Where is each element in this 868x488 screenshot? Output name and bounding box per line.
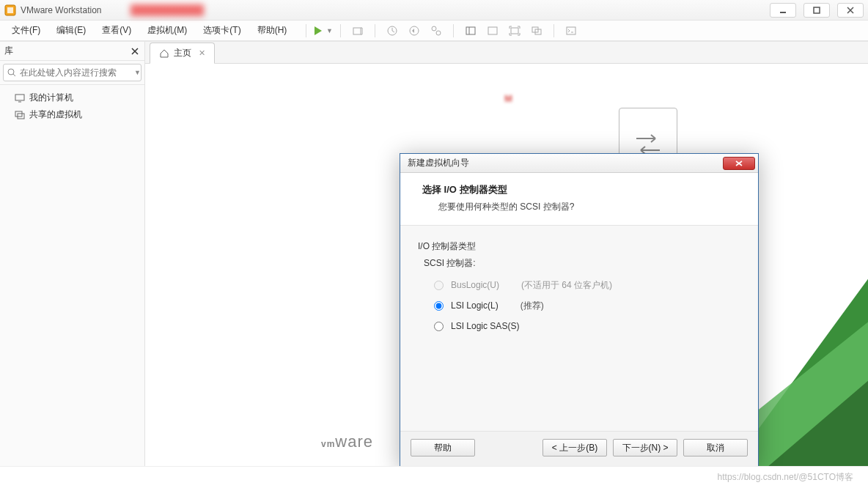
home-icon [159, 48, 169, 59]
fullscreen-button[interactable] [507, 23, 523, 39]
menu-tabs[interactable]: 选项卡(T) [196, 21, 248, 40]
window-title-bar: VMware Workstation [0, 0, 868, 21]
toolbar-separator [553, 24, 554, 37]
library-tree: 我的计算机 共享的虚拟机 [0, 85, 144, 127]
window-close-button[interactable] [837, 3, 864, 18]
radio-label: LSI Logic SAS(S) [451, 321, 519, 331]
svg-rect-11 [488, 27, 497, 34]
dialog-footer: 帮助 < 上一步(B) 下一步(N) > 取消 [400, 431, 758, 466]
search-wrap: ▼ [0, 61, 144, 85]
radio-hint: (推荐) [521, 300, 544, 312]
svg-rect-15 [567, 27, 575, 34]
dialog-title: 新建虚拟机向导 [408, 157, 723, 169]
dialog-title-bar[interactable]: 新建虚拟机向导 [400, 154, 758, 173]
next-button[interactable]: 下一步(N) > [613, 439, 677, 456]
dialog-subtext: 您要使用何种类型的 SCSI 控制器? [422, 201, 743, 213]
dialog-header: 选择 I/O 控制器类型 您要使用何种类型的 SCSI 控制器? [400, 173, 758, 226]
menu-edit[interactable]: 编辑(E) [49, 21, 93, 40]
help-button[interactable]: 帮助 [411, 439, 475, 456]
tab-home[interactable]: 主页 ✕ [150, 42, 215, 64]
redacted-area [130, 4, 204, 16]
toolbar: ▼ [303, 23, 579, 39]
canvas: M 连接远程服务器 vmware 新建虚拟机向导 选择 I/O 控制器类型 您要… [145, 64, 868, 466]
radio-sas-input[interactable] [434, 322, 444, 331]
svg-rect-12 [511, 28, 518, 34]
vmware-brand-text: vmware [321, 432, 373, 451]
tab-label: 主页 [174, 47, 191, 59]
radio-lsi-input[interactable] [434, 301, 444, 311]
tree-label: 共享的虚拟机 [29, 108, 82, 121]
search-input[interactable] [17, 67, 133, 78]
power-on-button[interactable]: ▼ [315, 23, 331, 39]
svg-point-16 [8, 69, 14, 75]
svg-point-7 [432, 26, 436, 31]
svg-rect-9 [466, 27, 475, 34]
toolbar-separator [306, 24, 306, 37]
search-dropdown-icon[interactable]: ▼ [133, 69, 142, 76]
window-title: VMware Workstation [21, 5, 101, 15]
svg-marker-24 [767, 380, 868, 466]
radio-label: BusLogic(U) [451, 280, 499, 290]
radio-label: LSI Logic(L) [451, 300, 499, 311]
play-icon [315, 26, 322, 35]
search-box[interactable]: ▼ [3, 64, 141, 81]
back-button[interactable]: < 上一步(B) [542, 439, 607, 456]
radio-buslogic-input [434, 281, 444, 290]
toolbar-separator [375, 24, 375, 37]
watermark-text: https://blog.csdn.net/@51CTO博客 [718, 471, 853, 484]
tree-label: 我的计算机 [29, 92, 73, 104]
library-sidebar: 库 ▼ 我的计算机 共享的虚拟机 [0, 42, 145, 466]
io-group-label: I/O 控制器类型 [418, 240, 740, 253]
view-single-button[interactable] [485, 23, 501, 39]
menu-help[interactable]: 帮助(H) [250, 21, 295, 40]
vmware-logo-icon [4, 4, 16, 16]
view-split-button[interactable] [463, 23, 479, 39]
radio-buslogic: BusLogic(U) (不适用于 64 位客户机) [434, 277, 740, 293]
dialog-body: I/O 控制器类型 SCSI 控制器: BusLogic(U) (不适用于 64… [400, 226, 758, 431]
snapshot-revert-button[interactable] [406, 23, 422, 39]
svg-line-17 [13, 74, 15, 76]
monitor-icon [15, 93, 25, 103]
svg-rect-1 [7, 7, 13, 13]
tree-my-computer[interactable]: 我的计算机 [3, 89, 141, 106]
svg-rect-3 [814, 7, 820, 13]
svg-rect-2 [780, 12, 786, 13]
search-icon [7, 67, 17, 78]
menu-bar: 文件(F) 编辑(E) 查看(V) 虚拟机(M) 选项卡(T) 帮助(H) ▼ [0, 21, 868, 41]
console-button[interactable] [563, 23, 579, 39]
menu-vm[interactable]: 虚拟机(M) [140, 21, 194, 40]
toolbar-separator [340, 24, 341, 37]
sidebar-header: 库 [0, 42, 144, 61]
sidebar-close-button[interactable] [130, 46, 140, 56]
svg-point-8 [436, 31, 441, 35]
radio-hint: (不适用于 64 位客户机) [521, 279, 612, 292]
window-maximize-button[interactable] [803, 3, 830, 18]
shared-icon [15, 110, 25, 120]
tab-strip: 主页 ✕ [145, 42, 868, 64]
menu-file[interactable]: 文件(F) [4, 21, 48, 40]
cancel-button[interactable]: 取消 [683, 439, 748, 456]
dialog-heading: 选择 I/O 控制器类型 [422, 183, 743, 196]
snapshot-manager-button[interactable] [428, 23, 444, 39]
tree-shared-vms[interactable]: 共享的虚拟机 [3, 106, 141, 123]
tab-close-icon[interactable]: ✕ [199, 48, 205, 58]
menu-view[interactable]: 查看(V) [95, 21, 139, 40]
suspend-button[interactable] [350, 23, 366, 39]
toolbar-separator [453, 24, 454, 37]
window-minimize-button[interactable] [770, 3, 796, 18]
redacted-text: M [504, 93, 512, 104]
radio-lsi[interactable]: LSI Logic(L) (推荐) [434, 297, 740, 314]
workspace: 库 ▼ 我的计算机 共享的虚拟机 主页 ✕ [0, 41, 868, 466]
snapshot-take-button[interactable] [384, 23, 400, 39]
sidebar-title: 库 [4, 45, 130, 57]
scsi-label: SCSI 控制器: [424, 257, 740, 270]
svg-rect-4 [353, 28, 361, 34]
content-area: 主页 ✕ M 连接远程服务器 vmware 新建虚拟机向导 选择 I/O [145, 42, 868, 466]
new-vm-wizard-dialog: 新建虚拟机向导 选择 I/O 控制器类型 您要使用何种类型的 SCSI 控制器?… [400, 153, 759, 466]
unity-button[interactable] [529, 23, 545, 39]
radio-sas[interactable]: LSI Logic SAS(S) [434, 318, 740, 334]
dialog-close-button[interactable] [723, 157, 755, 170]
footer: https://blog.csdn.net/@51CTO博客 [0, 466, 868, 488]
svg-rect-18 [15, 95, 24, 100]
